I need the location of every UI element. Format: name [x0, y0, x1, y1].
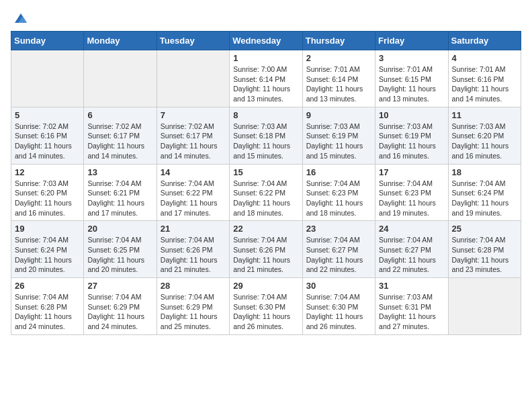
- day-number: 9: [306, 110, 371, 120]
- logo: [11, 11, 30, 26]
- day-number: 6: [87, 110, 152, 120]
- day-number: 27: [87, 281, 152, 291]
- day-info: Sunrise: 7:04 AMSunset: 6:28 PMDaylight:…: [15, 292, 80, 332]
- calendar-cell: 13Sunrise: 7:04 AMSunset: 6:21 PMDayligh…: [84, 164, 157, 221]
- day-info: Sunrise: 7:04 AMSunset: 6:27 PMDaylight:…: [306, 235, 371, 275]
- day-info: Sunrise: 7:04 AMSunset: 6:23 PMDaylight:…: [306, 179, 371, 218]
- calendar-header-row: SundayMondayTuesdayWednesdayThursdayFrid…: [11, 32, 521, 50]
- day-number: 30: [306, 281, 371, 291]
- day-number: 15: [233, 167, 298, 177]
- col-header-tuesday: Tuesday: [157, 32, 229, 50]
- day-info: Sunrise: 7:00 AMSunset: 6:14 PMDaylight:…: [233, 64, 298, 104]
- day-number: 24: [379, 224, 444, 234]
- calendar-cell: 2Sunrise: 7:01 AMSunset: 6:14 PMDaylight…: [302, 50, 375, 107]
- day-number: 21: [161, 224, 226, 234]
- day-info: Sunrise: 7:03 AMSunset: 6:19 PMDaylight:…: [306, 122, 371, 161]
- page-header: [11, 11, 521, 26]
- day-number: 12: [15, 167, 80, 177]
- day-info: Sunrise: 7:04 AMSunset: 6:24 PMDaylight:…: [452, 179, 517, 218]
- calendar-cell: 20Sunrise: 7:04 AMSunset: 6:25 PMDayligh…: [84, 221, 157, 278]
- calendar-cell: 8Sunrise: 7:03 AMSunset: 6:18 PMDaylight…: [230, 107, 302, 164]
- calendar-cell: 31Sunrise: 7:03 AMSunset: 6:31 PMDayligh…: [375, 278, 448, 335]
- calendar-cell: 23Sunrise: 7:04 AMSunset: 6:27 PMDayligh…: [302, 221, 375, 278]
- day-number: 19: [15, 224, 80, 234]
- calendar-cell: 14Sunrise: 7:04 AMSunset: 6:22 PMDayligh…: [157, 164, 229, 221]
- calendar-cell: 25Sunrise: 7:04 AMSunset: 6:28 PMDayligh…: [448, 221, 521, 278]
- calendar-cell: 19Sunrise: 7:04 AMSunset: 6:24 PMDayligh…: [11, 221, 84, 278]
- calendar-week-row: 1Sunrise: 7:00 AMSunset: 6:14 PMDaylight…: [11, 50, 521, 107]
- col-header-friday: Friday: [375, 32, 448, 50]
- calendar-cell: 15Sunrise: 7:04 AMSunset: 6:22 PMDayligh…: [230, 164, 302, 221]
- day-number: 25: [452, 224, 517, 234]
- calendar-cell: [157, 50, 229, 107]
- calendar-cell: 22Sunrise: 7:04 AMSunset: 6:26 PMDayligh…: [230, 221, 302, 278]
- calendar-cell: 17Sunrise: 7:04 AMSunset: 6:23 PMDayligh…: [375, 164, 448, 221]
- day-info: Sunrise: 7:02 AMSunset: 6:17 PMDaylight:…: [161, 122, 226, 161]
- day-number: 5: [15, 110, 80, 120]
- day-number: 20: [87, 224, 152, 234]
- calendar-cell: 5Sunrise: 7:02 AMSunset: 6:16 PMDaylight…: [11, 107, 84, 164]
- day-info: Sunrise: 7:01 AMSunset: 6:16 PMDaylight:…: [452, 64, 517, 104]
- col-header-sunday: Sunday: [11, 32, 84, 50]
- day-number: 31: [379, 281, 444, 291]
- calendar-cell: 24Sunrise: 7:04 AMSunset: 6:27 PMDayligh…: [375, 221, 448, 278]
- logo-icon: [13, 11, 28, 26]
- calendar-week-row: 26Sunrise: 7:04 AMSunset: 6:28 PMDayligh…: [11, 278, 521, 335]
- day-number: 13: [87, 167, 152, 177]
- day-info: Sunrise: 7:04 AMSunset: 6:25 PMDaylight:…: [87, 235, 152, 275]
- col-header-wednesday: Wednesday: [230, 32, 302, 50]
- day-number: 7: [161, 110, 226, 120]
- day-info: Sunrise: 7:04 AMSunset: 6:28 PMDaylight:…: [452, 235, 517, 275]
- day-number: 8: [233, 110, 298, 120]
- day-number: 3: [379, 53, 444, 63]
- day-number: 29: [233, 281, 298, 291]
- day-number: 4: [452, 53, 517, 63]
- calendar-week-row: 19Sunrise: 7:04 AMSunset: 6:24 PMDayligh…: [11, 221, 521, 278]
- calendar-cell: 3Sunrise: 7:01 AMSunset: 6:15 PMDaylight…: [375, 50, 448, 107]
- day-number: 11: [452, 110, 517, 120]
- day-number: 14: [161, 167, 226, 177]
- calendar-cell: 7Sunrise: 7:02 AMSunset: 6:17 PMDaylight…: [157, 107, 229, 164]
- col-header-saturday: Saturday: [448, 32, 521, 50]
- calendar-week-row: 5Sunrise: 7:02 AMSunset: 6:16 PMDaylight…: [11, 107, 521, 164]
- calendar-cell: 30Sunrise: 7:04 AMSunset: 6:30 PMDayligh…: [302, 278, 375, 335]
- calendar-cell: 12Sunrise: 7:03 AMSunset: 6:20 PMDayligh…: [11, 164, 84, 221]
- day-number: 23: [306, 224, 371, 234]
- calendar-cell: 29Sunrise: 7:04 AMSunset: 6:30 PMDayligh…: [230, 278, 302, 335]
- day-info: Sunrise: 7:04 AMSunset: 6:29 PMDaylight:…: [87, 292, 152, 332]
- day-number: 28: [161, 281, 226, 291]
- calendar-cell: 1Sunrise: 7:00 AMSunset: 6:14 PMDaylight…: [230, 50, 302, 107]
- day-info: Sunrise: 7:04 AMSunset: 6:22 PMDaylight:…: [161, 179, 226, 218]
- day-number: 2: [306, 53, 371, 63]
- calendar-table: SundayMondayTuesdayWednesdayThursdayFrid…: [11, 31, 521, 335]
- day-info: Sunrise: 7:02 AMSunset: 6:17 PMDaylight:…: [87, 122, 152, 161]
- col-header-thursday: Thursday: [302, 32, 375, 50]
- calendar-cell: 21Sunrise: 7:04 AMSunset: 6:26 PMDayligh…: [157, 221, 229, 278]
- day-info: Sunrise: 7:04 AMSunset: 6:26 PMDaylight:…: [161, 235, 226, 275]
- day-info: Sunrise: 7:04 AMSunset: 6:23 PMDaylight:…: [379, 179, 444, 218]
- day-info: Sunrise: 7:03 AMSunset: 6:31 PMDaylight:…: [379, 292, 444, 332]
- calendar-cell: 28Sunrise: 7:04 AMSunset: 6:29 PMDayligh…: [157, 278, 229, 335]
- day-info: Sunrise: 7:04 AMSunset: 6:30 PMDaylight:…: [233, 292, 298, 332]
- day-number: 18: [452, 167, 517, 177]
- calendar-cell: 10Sunrise: 7:03 AMSunset: 6:19 PMDayligh…: [375, 107, 448, 164]
- calendar-cell: [84, 50, 157, 107]
- day-info: Sunrise: 7:04 AMSunset: 6:21 PMDaylight:…: [87, 179, 152, 218]
- day-number: 17: [379, 167, 444, 177]
- day-info: Sunrise: 7:03 AMSunset: 6:19 PMDaylight:…: [379, 122, 444, 161]
- day-number: 26: [15, 281, 80, 291]
- calendar-cell: 4Sunrise: 7:01 AMSunset: 6:16 PMDaylight…: [448, 50, 521, 107]
- calendar-cell: [448, 278, 521, 335]
- calendar-cell: 27Sunrise: 7:04 AMSunset: 6:29 PMDayligh…: [84, 278, 157, 335]
- day-number: 22: [233, 224, 298, 234]
- col-header-monday: Monday: [84, 32, 157, 50]
- day-info: Sunrise: 7:04 AMSunset: 6:26 PMDaylight:…: [233, 235, 298, 275]
- day-info: Sunrise: 7:04 AMSunset: 6:22 PMDaylight:…: [233, 179, 298, 218]
- day-info: Sunrise: 7:01 AMSunset: 6:14 PMDaylight:…: [306, 64, 371, 104]
- day-info: Sunrise: 7:03 AMSunset: 6:18 PMDaylight:…: [233, 122, 298, 161]
- day-info: Sunrise: 7:03 AMSunset: 6:20 PMDaylight:…: [452, 122, 517, 161]
- calendar-cell: [11, 50, 84, 107]
- day-info: Sunrise: 7:04 AMSunset: 6:30 PMDaylight:…: [306, 292, 371, 332]
- calendar-week-row: 12Sunrise: 7:03 AMSunset: 6:20 PMDayligh…: [11, 164, 521, 221]
- day-info: Sunrise: 7:04 AMSunset: 6:27 PMDaylight:…: [379, 235, 444, 275]
